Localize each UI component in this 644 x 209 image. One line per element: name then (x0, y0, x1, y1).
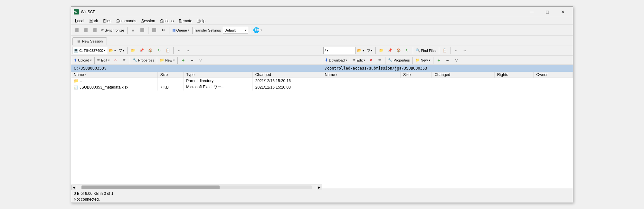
menu-remote[interactable]: Remote (176, 18, 195, 24)
left-col-name[interactable]: Name (71, 72, 157, 78)
left-refresh-btn[interactable]: ↻ (155, 46, 163, 55)
right-add-btn[interactable]: + (435, 56, 443, 64)
left-minus-btn[interactable]: − (188, 56, 196, 64)
edit-label: Edit (101, 58, 107, 62)
right-col-changed[interactable]: Changed (432, 72, 495, 78)
new-icon: 📁 (160, 58, 164, 62)
left-open-folder-btn[interactable]: 📂 ▾ (108, 46, 117, 55)
upload-button[interactable]: ⬆ Upload ▾ (72, 56, 93, 64)
toolbar-btn-1[interactable]: ⬛ (72, 26, 81, 34)
right-copy-path-btn[interactable]: 📋 (440, 46, 449, 55)
menu-files[interactable]: Files (100, 18, 114, 24)
right-properties-button[interactable]: 🔧 Properties (387, 56, 411, 64)
left-scroll-right[interactable]: ▶ (317, 185, 322, 190)
maximize-button[interactable]: □ (540, 7, 555, 17)
menu-help[interactable]: Help (195, 18, 208, 24)
right-col-owner[interactable]: Owner (534, 72, 573, 78)
right-col-name[interactable]: Name (322, 72, 401, 78)
left-col-changed[interactable]: Changed (252, 72, 322, 78)
left-edit-button[interactable]: ✏ Edit ▾ (96, 56, 111, 64)
menu-mark[interactable]: Mark (87, 18, 101, 24)
right-path: /controlled-access/submission/jga/JSUB00… (325, 66, 427, 71)
right-refresh-btn[interactable]: ↻ (403, 46, 412, 55)
right-bookmark-btn[interactable]: 📌 (386, 46, 394, 55)
right-minus-btn[interactable]: − (443, 56, 452, 64)
toolbar-btn-6[interactable]: ⬛ (150, 26, 158, 34)
close-button[interactable]: ✕ (555, 7, 570, 17)
right-act-sep-1 (350, 57, 350, 64)
left-scroll-track[interactable] (81, 185, 312, 189)
transfer-settings-dropdown[interactable]: Default ▾ (223, 27, 248, 34)
left-scroll-left[interactable]: ◀ (71, 185, 76, 190)
table-row[interactable]: 📁.. Parent directory 2021/12/16 15:20:16 (71, 78, 322, 84)
file-size: 7 KB (157, 84, 183, 90)
left-scroll-thumb[interactable] (81, 185, 220, 189)
minimize-button[interactable]: ─ (525, 7, 539, 17)
right-act-sep-4 (433, 57, 433, 64)
download-button[interactable]: ⬇ Download ▾ (323, 56, 349, 64)
toolbar-btn-5[interactable]: ⬛ (138, 26, 147, 34)
right-back-btn[interactable]: ← (452, 46, 460, 55)
settings-button[interactable]: ⚙ (159, 26, 167, 34)
right-panel-toolbar: / ▾ 📂 ▾ ▽ ▾ 📁 📌 🏠 (322, 45, 573, 56)
right-filter-action-btn[interactable]: ▽ (452, 56, 460, 64)
left-new-button[interactable]: 📁 New ▾ (158, 56, 176, 64)
left-col-size[interactable]: Size (157, 72, 183, 78)
remote-path-dropdown[interactable]: / ▾ (323, 47, 355, 54)
right-new-folder-btn[interactable]: 📁 (377, 46, 385, 55)
session-tab-new[interactable]: 🖥 New Session (72, 37, 107, 45)
find-files-button[interactable]: 🔍 Find Files (414, 46, 438, 55)
left-delete-button[interactable]: ✕ (111, 56, 120, 64)
menu-options[interactable]: Options (158, 18, 176, 24)
left-forward-btn[interactable]: → (184, 46, 192, 55)
right-forward-btn[interactable]: → (460, 46, 469, 55)
toolbar-btn-4[interactable]: ■ (129, 26, 137, 34)
menu-commands[interactable]: Commands (114, 18, 139, 24)
table-row[interactable]: 📊JSUB000353_metadata.xlsx 7 KB Microsoft… (71, 84, 322, 90)
left-copy-path-btn[interactable]: 📋 (164, 46, 172, 55)
left-properties-button[interactable]: 🔧 Properties (131, 56, 156, 64)
menu-session[interactable]: Session (139, 18, 158, 24)
right-rename-button[interactable]: ✏ (375, 56, 384, 64)
right-new-button[interactable]: 📁 New ▾ (414, 56, 432, 64)
file-type: Microsoft Excel ワー... (184, 84, 253, 90)
menu-local[interactable]: Local (72, 18, 87, 24)
left-filter-btn[interactable]: ▽ ▾ (118, 46, 126, 55)
connection-button[interactable]: 🌐 ▾ (252, 26, 263, 34)
right-col-rights[interactable]: Rights (494, 72, 534, 78)
excel-icon: 📊 (74, 85, 78, 89)
right-delete-button[interactable]: ✕ (367, 56, 375, 64)
left-new-folder-btn[interactable]: 📁 (129, 46, 137, 55)
left-home-btn[interactable]: 🏠 (146, 46, 155, 55)
toolbar-btn-3[interactable]: ⬛ (90, 26, 99, 34)
toolbar-btn-2[interactable]: ⬛ (81, 26, 90, 34)
right-filter-btn[interactable]: ▽ ▾ (366, 46, 374, 55)
queue-label: Queue (176, 28, 187, 32)
back-icon: ← (177, 49, 181, 52)
right-properties-label: Properties (393, 58, 410, 62)
left-path-bar: C:\JSUB000353\ (71, 65, 322, 72)
search-icon: 🔍 (416, 48, 420, 52)
left-back-btn[interactable]: ← (175, 46, 183, 55)
queue-button[interactable]: ▦ Queue ▾ (171, 26, 191, 34)
window-title: WinSCP (81, 10, 525, 14)
left-rename-button[interactable]: ✏ (120, 56, 128, 64)
left-filter-action-btn[interactable]: ▽ (196, 56, 205, 64)
left-col-type[interactable]: Type (184, 72, 253, 78)
left-add-btn[interactable]: + (179, 56, 187, 64)
upload-dropdown: ▾ (90, 59, 92, 62)
left-bookmark-btn[interactable]: 📌 (137, 46, 146, 55)
right-open-folder-btn[interactable]: 📂 ▾ (356, 46, 365, 55)
left-file-list[interactable]: Name Size Type Changed 📁.. Parent (71, 72, 322, 185)
left-scrollbar[interactable]: ◀ ▶ (71, 185, 322, 190)
right-home-btn[interactable]: 🏠 (394, 46, 403, 55)
properties-icon: 🔧 (133, 58, 137, 62)
right-new-icon: 📁 (415, 58, 420, 62)
file-changed: 2021/12/16 15:20:08 (252, 84, 322, 90)
drive-selector[interactable]: 💻 C: TIH0337400 ▾ (72, 47, 107, 54)
right-col-size[interactable]: Size (401, 72, 432, 78)
right-edit-button[interactable]: ✏ Edit ▾ (351, 56, 366, 64)
edit-icon: ✏ (97, 58, 100, 62)
synchronize-button[interactable]: ⟳ Synchronize (99, 26, 126, 34)
right-file-list[interactable]: Name Size Changed Rights Owner (322, 72, 573, 188)
